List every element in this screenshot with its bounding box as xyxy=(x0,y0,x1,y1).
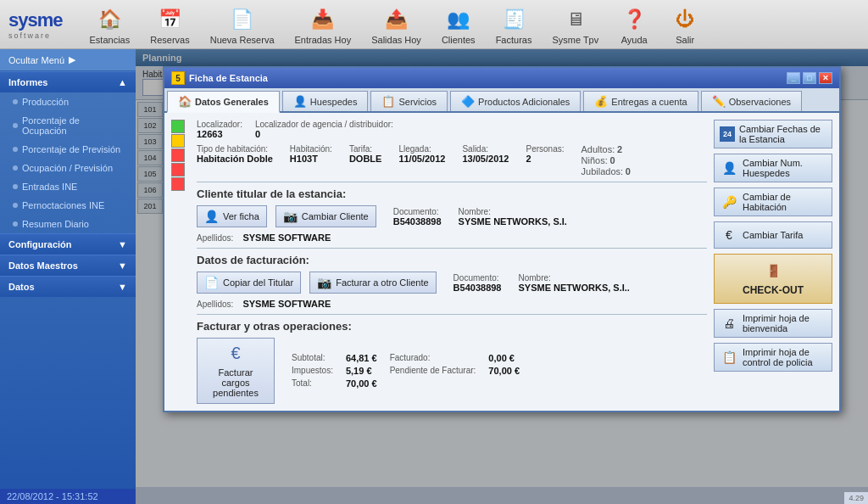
euro-btn-icon: € xyxy=(720,226,738,244)
dot-icon xyxy=(13,165,18,171)
color-block-yellow xyxy=(171,134,185,148)
room-details-row: Tipo de habitación: Habitación Doble Hab… xyxy=(197,144,707,176)
dialog-minimize-button[interactable]: _ xyxy=(787,72,800,84)
dialog-close-button[interactable]: ✕ xyxy=(819,72,832,84)
dialog-main: Localizador: 12663 Localizador de agenci… xyxy=(197,120,707,404)
tab-servicios[interactable]: 📋 Servicios xyxy=(370,91,448,111)
sidebar-item-pernoctaciones-ine[interactable]: Pernoctaciones INE xyxy=(0,196,136,215)
euro-icon: € xyxy=(231,344,240,363)
facturar-otro-button[interactable]: 📷 Facturar a otro Cliente xyxy=(309,272,436,294)
clientes-icon: 👥 xyxy=(443,4,474,35)
sidebar-section-datos-maestros[interactable]: Datos Maestros ▼ xyxy=(0,255,136,276)
door-icon: 🚪 xyxy=(764,261,782,280)
cliente-titular-title: Cliente titular de la estancia: xyxy=(197,188,707,200)
dot-icon xyxy=(13,99,18,104)
color-block-red-2 xyxy=(171,163,185,176)
dialog-titlebar: 5 Ficha de Estancia _ □ ✕ xyxy=(164,68,839,88)
toolbar-clientes[interactable]: 👥 Clientes xyxy=(442,4,476,45)
tab-observaciones[interactable]: ✏️ Observaciones xyxy=(701,91,802,111)
dialog-action-sidebar: 24 Cambiar Fechas de la Estancia 👤 Cambi… xyxy=(714,120,832,404)
tab-entregas-cuenta[interactable]: 💰 Entregas a cuenta xyxy=(583,91,698,111)
clipboard-icon: 📋 xyxy=(381,95,395,108)
main-layout: Ocultar Menú ▶ Informes ▲ Producción Por… xyxy=(0,49,868,504)
imprimir-bienvenida-button[interactable]: 🖨 Imprimir hoja de bienvenida xyxy=(714,309,832,338)
facturas-icon: 🧾 xyxy=(498,4,529,35)
sidebar-item-resumen-diario[interactable]: Resumen Diario xyxy=(0,215,136,233)
sidebar-item-porcentaje-prevision[interactable]: Porcentaje de Previsión xyxy=(0,140,136,159)
nueva-reserva-icon: 📄 xyxy=(227,4,258,35)
dialog-title: Ficha de Estancia xyxy=(189,73,268,83)
salir-icon: ⏻ xyxy=(670,4,700,35)
toolbar-salir[interactable]: ⏻ Salir xyxy=(670,4,700,45)
localizador-row: Localizador: 12663 Localizador de agenci… xyxy=(197,120,707,139)
reservas-icon: 📅 xyxy=(154,4,185,35)
sidebar-section-informes[interactable]: Informes ▲ xyxy=(0,71,136,92)
toolbar-ayuda[interactable]: ❓ Ayuda xyxy=(619,4,649,45)
ayuda-icon: ❓ xyxy=(619,4,649,35)
sysme-tpv-icon: 🖥 xyxy=(560,4,591,35)
color-block-green xyxy=(171,120,185,133)
divider-2 xyxy=(197,248,707,249)
camera2-icon: 📷 xyxy=(317,276,331,289)
facturar-row: € Facturar cargos pendientes Subtotal: 6… xyxy=(197,338,707,404)
toolbar-salidas-hoy[interactable]: 📤 Salidas Hoy xyxy=(371,4,421,45)
key-icon: 🔑 xyxy=(720,193,738,211)
dialog-controls: _ □ ✕ xyxy=(787,72,832,84)
ficha-dialog: 5 Ficha de Estancia _ □ ✕ 🏠 Datos Genera… xyxy=(163,66,841,412)
person2-icon: 👤 xyxy=(720,159,738,177)
color-block-red-3 xyxy=(171,177,185,191)
ver-ficha-button[interactable]: 👤 Ver ficha xyxy=(197,205,267,227)
copy-icon: 📄 xyxy=(204,276,219,289)
toolbar-sysme-tpv[interactable]: 🖥 Sysme Tpv xyxy=(552,4,598,45)
tab-productos-adicionales[interactable]: 🔷 Productos Adicionales xyxy=(450,91,581,111)
tab-huespedes[interactable]: 👤 Huespedes xyxy=(282,91,369,111)
imprimir-policia-button[interactable]: 📋 Imprimir hoja de control de policia xyxy=(714,343,832,372)
copiar-titular-button[interactable]: 📄 Copiar del Titular xyxy=(197,272,301,294)
cambiar-habitacion-button[interactable]: 🔑 Cambiar de Habitación xyxy=(714,188,832,216)
version-label: 4.29 xyxy=(844,492,868,504)
toolbar-entradas-hoy[interactable]: 📥 Entradas Hoy xyxy=(295,4,352,45)
toolbar-nueva-reserva[interactable]: 📄 Nueva Reserva xyxy=(210,4,275,45)
toolbar-reservas[interactable]: 📅 Reservas xyxy=(150,4,189,45)
color-block-red xyxy=(171,148,185,162)
sidebar-item-ocupacion-prevision[interactable]: Ocupación / Previsión xyxy=(0,159,136,177)
sidebar-item-produccion[interactable]: Producción xyxy=(0,92,136,111)
hide-menu-button[interactable]: Ocultar Menú ▶ xyxy=(0,49,136,71)
tab-datos-generales[interactable]: 🏠 Datos Generales xyxy=(167,91,280,113)
dialog-tabs: 🏠 Datos Generales 👤 Huespedes 📋 Servicio… xyxy=(164,88,839,113)
checkout-button[interactable]: 🚪 CHECK-OUT xyxy=(714,254,832,304)
chevron-up-icon: ▲ xyxy=(118,77,127,87)
cambiar-num-huespedes-button[interactable]: 👤 Cambiar Num. Huespedes xyxy=(714,154,832,182)
dialog-title-icon: 5 xyxy=(171,71,185,85)
datos-facturacion-title: Datos de facturación: xyxy=(197,254,707,266)
facturar-title: Facturar y otras operaciones: xyxy=(197,320,707,333)
app-logo: sysme xyxy=(8,9,63,31)
dialog-body: Localizador: 12663 Localizador de agenci… xyxy=(164,113,839,411)
facturar-cargos-button[interactable]: € Facturar cargos pendientes xyxy=(197,338,275,404)
dialog-maximize-button[interactable]: □ xyxy=(803,72,816,84)
app-subtitle: software xyxy=(8,31,63,40)
dot-icon xyxy=(13,203,18,208)
cambiar-fechas-button[interactable]: 24 Cambiar Fechas de la Estancia xyxy=(714,120,832,148)
sidebar-item-entradas-ine[interactable]: Entradas INE xyxy=(0,177,136,196)
status-bar: 22/08/2012 - 15:31:52 xyxy=(0,489,136,504)
color-strip xyxy=(171,120,186,404)
pencil-icon: ✏️ xyxy=(712,95,726,108)
cambiar-cliente-button[interactable]: 📷 Cambiar Cliente xyxy=(275,205,376,227)
toolbar-facturas[interactable]: 🧾 Facturas xyxy=(496,4,532,45)
planning-area: Planning Habitación: Tipo de Habitación:… xyxy=(136,49,868,504)
hide-menu-label: Ocultar Menú xyxy=(8,55,64,65)
sidebar-section-datos[interactable]: Datos ▼ xyxy=(0,276,136,297)
menu-arrow-icon: ▶ xyxy=(69,54,75,65)
diamond-icon: 🔷 xyxy=(461,95,475,108)
divider-1 xyxy=(197,182,707,182)
money-icon: 💰 xyxy=(594,95,608,108)
dot-icon xyxy=(13,123,18,128)
document-icon: 📋 xyxy=(720,348,738,367)
sidebar-section-configuracion[interactable]: Configuración ▼ xyxy=(0,233,136,255)
sidebar-item-porcentaje-ocupacion[interactable]: Porcentaje de Ocupación xyxy=(0,111,136,140)
apellidos-fac-row: Apellidos: SYSME SOFTWARE xyxy=(197,299,707,309)
toolbar-estancias[interactable]: 🏠 Estancias xyxy=(90,4,131,45)
cambiar-tarifa-button[interactable]: € Cambiar Tarifa xyxy=(714,221,832,249)
totals-section: Subtotal: 64,81 € Facturado: 0,00 € Impu… xyxy=(292,353,520,389)
